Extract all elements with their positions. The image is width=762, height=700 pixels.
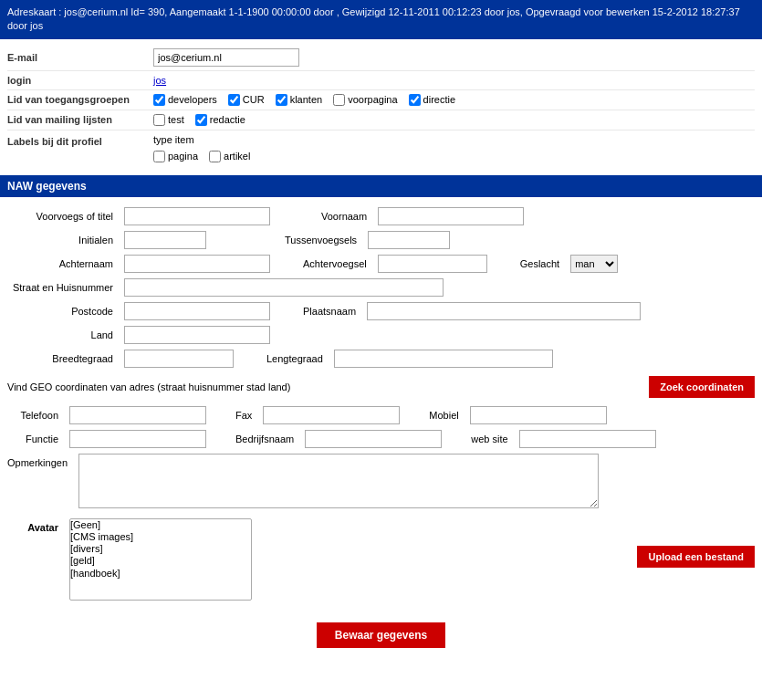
toegangsgroepen-label: Lid van toegangsgroepen (7, 94, 153, 105)
contact-row-1: Telefoon Fax Mobiel (7, 403, 755, 427)
checkbox-artikel-input[interactable] (209, 151, 221, 162)
voorvoegs-label: Voorvoegs of titel (7, 211, 117, 222)
achternaam-input[interactable] (124, 255, 270, 273)
avatar-label: Avatar (7, 518, 62, 533)
tussenvoegs-label: Tussenvoegsels (285, 235, 357, 246)
fax-input[interactable] (263, 406, 400, 424)
voornaam-label: Voornaam (321, 211, 367, 222)
avatar-row: Avatar [Geen] [CMS images] [divers] [gel… (7, 511, 755, 608)
checkbox-directie-label: directie (423, 94, 455, 105)
breedtegraad-input[interactable] (124, 350, 234, 368)
mailing-checkboxes: test redactie (153, 114, 245, 126)
checkbox-voorpagina-input[interactable] (333, 94, 345, 106)
naw-row-7: Breedtegraad Lengtegraad (7, 347, 755, 371)
upload-button[interactable]: Upload een bestand (637, 546, 755, 568)
voornaam-input[interactable] (378, 207, 524, 225)
naw-section-header: NAW gegevens (0, 175, 762, 197)
toegangsgroepen-checkboxes: developers CUR klanten voorpagina (153, 94, 455, 106)
checkbox-cur: CUR (228, 94, 265, 106)
land-input[interactable] (124, 326, 270, 344)
checkbox-klanten-label: klanten (290, 94, 322, 105)
checkbox-pagina-label: pagina (168, 151, 198, 162)
lengtegraad-input[interactable] (334, 350, 553, 368)
telefoon-label: Telefoon (7, 410, 62, 421)
checkbox-cur-input[interactable] (228, 94, 240, 106)
lengtegraad-label: Lengtegraad (266, 353, 323, 364)
zoek-coordinaten-button[interactable]: Zoek coordinaten (649, 376, 755, 398)
avatar-select[interactable]: [Geen] [CMS images] [divers] [geld] [han… (69, 518, 252, 601)
plaatsnaam-label: Plaatsnaam (303, 306, 356, 317)
achternaam-label: Achternaam (7, 258, 117, 269)
mailing-row: Lid van mailing lijsten test redactie (7, 110, 755, 131)
checkbox-artikel-label: artikel (224, 151, 250, 162)
checkbox-developers: developers (153, 94, 217, 106)
contact-row-2: Functie Bedrijfsnaam web site (7, 427, 755, 451)
checkbox-directie: directie (409, 94, 455, 106)
website-input[interactable] (519, 430, 656, 448)
opmerkingen-label: Opmerkingen (7, 454, 71, 468)
checkbox-voorpagina: voorpagina (333, 94, 397, 106)
naw-row-3: Achternaam Achtervoegsel Geslacht man vr… (7, 252, 755, 276)
geo-text: Vind GEO coordinaten van adres (straat h… (7, 381, 290, 392)
mobiel-input[interactable] (470, 406, 607, 424)
checkbox-pagina: pagina (153, 151, 198, 162)
checkbox-redactie-input[interactable] (195, 114, 207, 126)
labels-label: Labels bij dit profiel (7, 134, 153, 147)
checkbox-test-label: test (168, 114, 184, 125)
checkbox-developers-input[interactable] (153, 94, 165, 106)
labels-row: Labels bij dit profiel type item pagina … (7, 131, 755, 166)
login-link[interactable]: jos (153, 75, 166, 86)
opmerkingen-row: Opmerkingen (7, 451, 755, 511)
plaatsnaam-input[interactable] (367, 302, 641, 320)
naw-row-1: Voorvoegs of titel Voornaam (7, 204, 755, 228)
checkbox-klanten: klanten (276, 94, 322, 106)
checkbox-directie-input[interactable] (409, 94, 421, 106)
naw-row-5: Postcode Plaatsnaam (7, 299, 755, 323)
achtervoeg-label: Achtervoegsel (303, 258, 367, 269)
fax-label: Fax (235, 410, 252, 421)
straat-label: Straat en Huisnummer (7, 282, 117, 293)
checkbox-voorpagina-label: voorpagina (348, 94, 397, 105)
login-label: login (7, 75, 153, 86)
checkbox-klanten-input[interactable] (276, 94, 287, 106)
bedrijfsnaam-input[interactable] (305, 430, 442, 448)
naw-row-4: Straat en Huisnummer (7, 276, 755, 299)
postcode-input[interactable] (124, 302, 270, 320)
email-row: E-mail (7, 45, 755, 71)
mailing-label: Lid van mailing lijsten (7, 114, 153, 125)
achtervoeg-input[interactable] (378, 255, 487, 273)
email-label: E-mail (7, 52, 153, 63)
functie-label: Functie (7, 434, 62, 444)
telefoon-input[interactable] (69, 406, 206, 424)
geslacht-label: Geslacht (520, 258, 559, 269)
tussenvoegs-input[interactable] (368, 231, 450, 249)
naw-row-6: Land (7, 323, 755, 347)
initialen-label: Initialen (7, 235, 117, 246)
checkbox-redactie-label: redactie (210, 114, 245, 125)
straat-input[interactable] (124, 278, 444, 297)
checkbox-artikel: artikel (209, 151, 250, 162)
bewaar-button[interactable]: Bewaar gegevens (317, 622, 445, 648)
voorvoegs-input[interactable] (124, 207, 270, 225)
email-input[interactable] (153, 48, 299, 67)
checkbox-test: test (153, 114, 184, 126)
mobiel-label: Mobiel (429, 410, 458, 421)
functie-input[interactable] (69, 430, 206, 448)
toegangsgroepen-row: Lid van toegangsgroepen developers CUR k… (7, 90, 755, 110)
naw-row-2: Initialen Tussenvoegsels (7, 228, 755, 252)
page-header: Adreskaart : jos@cerium.nl Id= 390, Aang… (0, 0, 762, 39)
breedtegraad-label: Breedtegraad (7, 353, 117, 364)
login-row: login jos (7, 71, 755, 90)
initialen-input[interactable] (124, 231, 206, 249)
checkbox-test-input[interactable] (153, 114, 165, 126)
geslacht-select[interactable]: man vrouw (570, 255, 618, 273)
opmerkingen-textarea[interactable] (78, 454, 599, 508)
checkbox-cur-label: CUR (243, 94, 265, 105)
land-label: Land (7, 329, 117, 340)
checkbox-pagina-input[interactable] (153, 151, 165, 162)
labels-title: type item (153, 134, 194, 145)
bedrijfsnaam-label: Bedrijfsnaam (235, 434, 294, 444)
website-label: web site (471, 434, 507, 444)
geo-row: Vind GEO coordinaten van adres (straat h… (7, 371, 755, 403)
checkbox-redactie: redactie (195, 114, 245, 126)
